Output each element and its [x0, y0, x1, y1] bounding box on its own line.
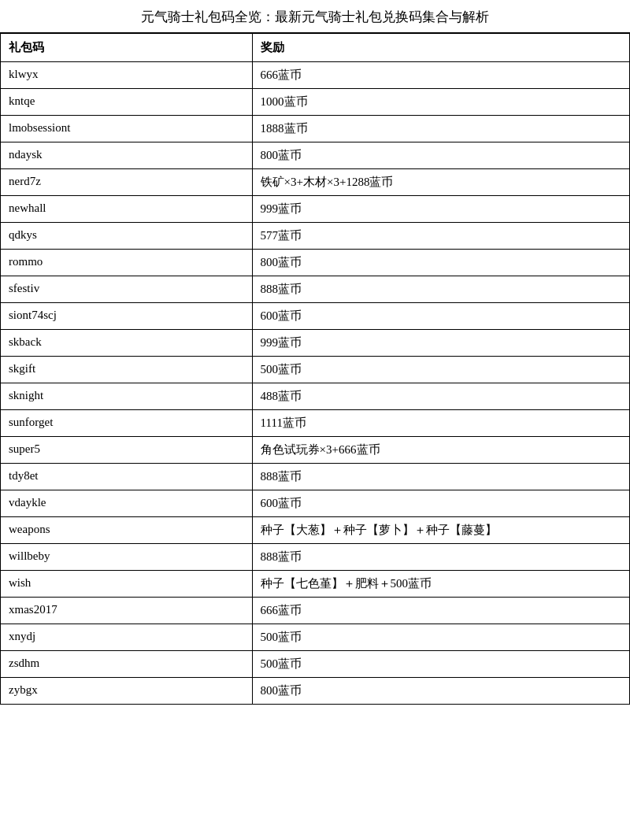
table-row: vdaykle600蓝币: [1, 490, 630, 517]
cell-code: xnydj: [1, 624, 253, 651]
cell-reward: 1888蓝币: [252, 116, 629, 142]
header-reward: 奖励: [252, 34, 629, 62]
cell-reward: 种子【七色堇】＋肥料＋500蓝币: [252, 571, 629, 598]
cell-reward: 铁矿×3+木材×3+1288蓝币: [252, 169, 629, 196]
table-row: siont74scj600蓝币: [1, 303, 630, 330]
cell-reward: 800蓝币: [252, 678, 629, 705]
cell-reward: 800蓝币: [252, 142, 629, 169]
cell-code: zybgx: [1, 678, 253, 705]
cell-reward: 888蓝币: [252, 544, 629, 571]
cell-reward: 角色试玩券×3+666蓝币: [252, 437, 629, 464]
table-row: sunforget1111蓝币: [1, 410, 630, 437]
cell-code: sknight: [1, 383, 253, 410]
table-row: xnydj500蓝币: [1, 624, 630, 651]
table-row: willbeby888蓝币: [1, 544, 630, 571]
cell-code: qdkys: [1, 223, 253, 250]
cell-code: tdy8et: [1, 464, 253, 490]
table-row: zybgx800蓝币: [1, 678, 630, 705]
cell-reward: 1111蓝币: [252, 410, 629, 437]
cell-reward: 600蓝币: [252, 303, 629, 330]
cell-code: skgift: [1, 357, 253, 383]
cell-reward: 888蓝币: [252, 276, 629, 303]
table-row: nerd7z铁矿×3+木材×3+1288蓝币: [1, 169, 630, 196]
header-code: 礼包码: [1, 34, 253, 62]
cell-code: willbeby: [1, 544, 253, 571]
cell-code: zsdhm: [1, 651, 253, 678]
cell-code: xmas2017: [1, 598, 253, 624]
table-row: sknight488蓝币: [1, 383, 630, 410]
cell-code: kntqe: [1, 89, 253, 116]
table-row: weapons种子【大葱】＋种子【萝卜】＋种子【藤蔓】: [1, 517, 630, 544]
table-row: skgift500蓝币: [1, 357, 630, 383]
cell-code: super5: [1, 437, 253, 464]
table-row: rommo800蓝币: [1, 250, 630, 276]
table-row: newhall999蓝币: [1, 196, 630, 223]
table-row: kntqe1000蓝币: [1, 89, 630, 116]
gift-code-table-container: 礼包码 奖励 klwyx666蓝币kntqe1000蓝币lmobsessiont…: [0, 33, 630, 705]
cell-reward: 999蓝币: [252, 196, 629, 223]
cell-code: lmobsessiont: [1, 116, 253, 142]
cell-reward: 666蓝币: [252, 598, 629, 624]
cell-reward: 1000蓝币: [252, 89, 629, 116]
table-row: super5角色试玩券×3+666蓝币: [1, 437, 630, 464]
cell-code: weapons: [1, 517, 253, 544]
cell-reward: 488蓝币: [252, 383, 629, 410]
table-row: lmobsessiont1888蓝币: [1, 116, 630, 142]
cell-code: siont74scj: [1, 303, 253, 330]
page-title: 元气骑士礼包码全览：最新元气骑士礼包兑换码集合与解析: [0, 0, 630, 33]
cell-code: rommo: [1, 250, 253, 276]
table-row: tdy8et888蓝币: [1, 464, 630, 490]
cell-code: vdaykle: [1, 490, 253, 517]
cell-code: wish: [1, 571, 253, 598]
table-row: qdkys577蓝币: [1, 223, 630, 250]
cell-reward: 666蓝币: [252, 62, 629, 89]
table-row: ndaysk800蓝币: [1, 142, 630, 169]
table-row: zsdhm500蓝币: [1, 651, 630, 678]
cell-reward: 888蓝币: [252, 464, 629, 490]
cell-reward: 577蓝币: [252, 223, 629, 250]
cell-code: sfestiv: [1, 276, 253, 303]
cell-reward: 500蓝币: [252, 357, 629, 383]
table-header-row: 礼包码 奖励: [1, 34, 630, 62]
cell-code: nerd7z: [1, 169, 253, 196]
cell-reward: 999蓝币: [252, 330, 629, 357]
table-row: skback999蓝币: [1, 330, 630, 357]
gift-code-table: 礼包码 奖励 klwyx666蓝币kntqe1000蓝币lmobsessiont…: [0, 33, 630, 705]
cell-reward: 500蓝币: [252, 624, 629, 651]
cell-code: klwyx: [1, 62, 253, 89]
cell-reward: 种子【大葱】＋种子【萝卜】＋种子【藤蔓】: [252, 517, 629, 544]
cell-reward: 600蓝币: [252, 490, 629, 517]
cell-reward: 500蓝币: [252, 651, 629, 678]
table-row: sfestiv888蓝币: [1, 276, 630, 303]
cell-code: sunforget: [1, 410, 253, 437]
table-row: wish种子【七色堇】＋肥料＋500蓝币: [1, 571, 630, 598]
cell-code: newhall: [1, 196, 253, 223]
cell-code: ndaysk: [1, 142, 253, 169]
table-row: klwyx666蓝币: [1, 62, 630, 89]
cell-code: skback: [1, 330, 253, 357]
table-row: xmas2017666蓝币: [1, 598, 630, 624]
cell-reward: 800蓝币: [252, 250, 629, 276]
